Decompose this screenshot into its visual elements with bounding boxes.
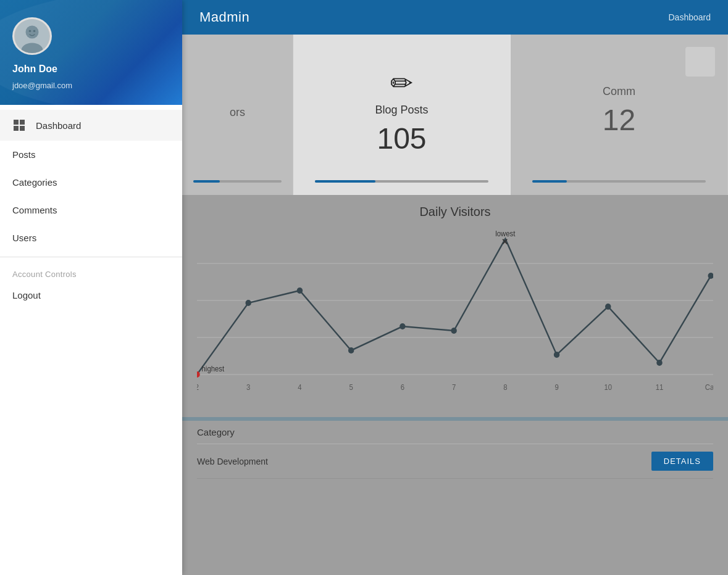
stats-row: ors ✏ Blog Posts 105 Comm 12 [182, 35, 728, 195]
stat-card-comments: Comm 12 [511, 35, 728, 195]
chart-point [656, 360, 662, 366]
stat-blog-label: Blog Posts [375, 104, 428, 117]
x-label: 10 [604, 383, 612, 391]
progress-fill [193, 180, 220, 183]
sidebar-item-label: Categories [12, 177, 57, 188]
x-label: 9 [554, 383, 558, 391]
chart-container: lowest ✕ highest 2 3 4 5 6 7 8 9 10 11 C [197, 226, 713, 399]
details-button[interactable]: DETAILS [651, 452, 713, 471]
breadcrumb: Dashboard [669, 12, 711, 22]
lowest-x-marker: ✕ [502, 238, 509, 247]
chart-point [451, 328, 456, 334]
stat-blog-value: 105 [377, 122, 426, 155]
avatar [12, 17, 52, 55]
user-email: jdoe@gmail.com [12, 81, 72, 90]
table-cell-category: Web Development [197, 457, 268, 466]
chart-point [297, 288, 303, 294]
chart-point-highest [197, 371, 200, 378]
sidebar-item-logout[interactable]: Logout [0, 281, 182, 309]
lowest-label: lowest [495, 230, 516, 238]
user-name: John Doe [12, 64, 57, 75]
progress-bar [193, 180, 282, 183]
chart-point [245, 300, 251, 306]
stat-comments-label: Comm [603, 85, 635, 98]
x-label: 5 [349, 383, 353, 391]
chart-point [348, 347, 354, 354]
chart-point [400, 323, 405, 329]
sidebar-item-label: Dashboard [36, 120, 81, 131]
svg-rect-7 [14, 126, 19, 131]
x-label: 11 [656, 383, 664, 391]
sidebar-item-categories[interactable]: Categories [0, 168, 182, 196]
svg-rect-5 [14, 120, 19, 125]
progress-bar-blog [315, 180, 488, 183]
progress-bar-comments [532, 180, 706, 183]
sidebar: John Doe jdoe@gmail.com Dashboard Posts … [0, 0, 182, 575]
svg-rect-8 [20, 126, 25, 131]
comment-icon-placeholder [685, 47, 715, 77]
sidebar-nav: Dashboard Posts Categories Comments User… [0, 105, 182, 575]
x-label: 3 [246, 383, 250, 391]
progress-fill-comments [532, 180, 567, 183]
x-label: 7 [452, 383, 456, 391]
highest-label: highest [202, 365, 225, 373]
table-col-category: Category [197, 427, 235, 437]
sidebar-item-dashboard[interactable]: Dashboard [0, 110, 182, 141]
x-label: 6 [401, 383, 404, 391]
pencil-icon: ✏ [390, 67, 413, 99]
chart-line [197, 239, 711, 374]
sidebar-item-posts[interactable]: Posts [0, 141, 182, 168]
chart-legend-label: Ca [705, 383, 713, 391]
chart-title: Daily Visitors [197, 205, 713, 219]
chart-point [605, 304, 611, 310]
topbar: Madmin Dashboard [182, 0, 728, 35]
progress-fill-blog [315, 180, 375, 183]
stat-label: ors [230, 106, 245, 119]
stat-comments-value: 12 [603, 103, 635, 137]
sidebar-item-label: Comments [12, 205, 57, 215]
x-label: 4 [298, 383, 302, 391]
sidebar-item-label: Posts [12, 149, 36, 160]
stat-card-blog-posts: ✏ Blog Posts 105 [293, 35, 511, 195]
main-content: Madmin Dashboard ors ✏ Blog Posts 105 Co… [182, 0, 728, 575]
app-title: Madmin [199, 9, 249, 25]
svg-point-4 [33, 30, 36, 32]
x-label: 8 [503, 383, 507, 391]
table-header-row: Category [197, 421, 713, 444]
sidebar-item-label: Users [12, 233, 36, 243]
sidebar-header: John Doe jdoe@gmail.com [0, 0, 182, 105]
sidebar-item-comments[interactable]: Comments [0, 196, 182, 224]
account-controls-label: Account Controls [0, 262, 182, 281]
svg-point-1 [26, 25, 39, 38]
svg-point-3 [29, 30, 31, 32]
logout-label: Logout [12, 290, 41, 300]
svg-rect-6 [20, 120, 25, 125]
chart-section: Daily Visitors lowest [182, 195, 728, 417]
table-section: Category Web Development DETAILS [182, 421, 728, 575]
table-row: Web Development DETAILS [197, 444, 713, 479]
x-label: 2 [197, 383, 199, 391]
nav-divider [0, 257, 182, 257]
sidebar-item-users[interactable]: Users [0, 224, 182, 252]
stat-card-visitors: ors [182, 35, 293, 195]
chart-point [554, 352, 559, 358]
chart-svg: lowest ✕ highest 2 3 4 5 6 7 8 9 10 11 C [197, 226, 713, 393]
grid-icon [12, 118, 26, 132]
